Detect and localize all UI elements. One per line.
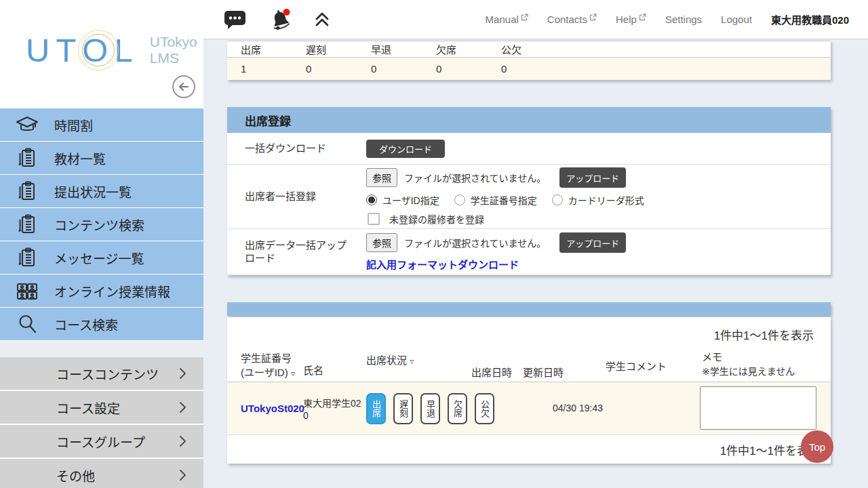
sidebar-item-label: 教材一覧 bbox=[54, 149, 106, 167]
no-file-text: ファイルが選択されていません。 bbox=[404, 171, 546, 184]
settings-link[interactable]: Settings bbox=[665, 14, 702, 25]
student-id-link[interactable]: UTokyoSt020 bbox=[241, 403, 304, 414]
online-class-grid-icon bbox=[0, 280, 54, 302]
logo-letters: UT bbox=[26, 31, 82, 69]
status-late-button[interactable]: 遅刻 bbox=[393, 393, 413, 424]
sidebar-menu: 時間割 教材一覧 提出状況一覧 コンテンツ検索 bbox=[0, 108, 203, 488]
column-student-id[interactable]: 学生証番号 (ユーザID) ▿ bbox=[241, 351, 295, 380]
clipboard-icon bbox=[0, 246, 54, 269]
external-link-icon bbox=[521, 14, 528, 21]
attendee-bulk-controls: 参照 ファイルが選択されていません。 アップロード ユーザID指定 学生証番号指… bbox=[366, 165, 654, 228]
manual-link[interactable]: Manual bbox=[486, 14, 528, 25]
clipboard-icon bbox=[0, 180, 54, 203]
summary-value-row: 1 0 0 0 0 bbox=[227, 58, 831, 80]
summary-value: 1 bbox=[241, 63, 306, 75]
sidebar-item-submissions[interactable]: 提出状況一覧 bbox=[0, 175, 203, 207]
help-link[interactable]: Help bbox=[616, 14, 646, 25]
sidebar-collapse-button[interactable] bbox=[172, 75, 195, 98]
upload-button[interactable]: アップロード bbox=[559, 167, 626, 188]
roster-footer: 1件中1〜1件を表示 bbox=[227, 435, 831, 464]
user-name[interactable]: 東大用教職員020 bbox=[771, 12, 849, 26]
attendance-roster-panel: 1件中1〜1件を表示 学生証番号 (ユーザID) ▿ 氏名 出席状況 ▿ 出席日… bbox=[227, 317, 831, 464]
status-excused-absence-button[interactable]: 公欠 bbox=[475, 393, 494, 424]
radio-user-id[interactable] bbox=[366, 195, 377, 205]
sidebar-item-course-group[interactable]: コースグループ bbox=[0, 425, 203, 458]
radio-label: 学生証番号指定 bbox=[471, 193, 537, 207]
help-link-label: Help bbox=[616, 14, 637, 25]
sidebar-item-label: コースグループ bbox=[56, 432, 145, 451]
chat-icon[interactable] bbox=[224, 9, 247, 30]
column-attend-time: 出席日時 bbox=[471, 365, 512, 380]
sidebar-item-timetable[interactable]: 時間割 bbox=[0, 108, 203, 141]
radio-label: カードリーダ形式 bbox=[568, 193, 644, 207]
sidebar-item-course-search[interactable]: コース検索 bbox=[0, 308, 203, 340]
notifications-bell-icon[interactable] bbox=[267, 7, 293, 32]
sidebar-item-label: コース設定 bbox=[56, 399, 120, 417]
chevron-right-icon bbox=[178, 367, 187, 380]
sidebar-item-materials[interactable]: 教材一覧 bbox=[0, 142, 203, 174]
sidebar-item-label: コンテンツ検索 bbox=[54, 216, 144, 234]
sidebar-item-online-class[interactable]: オンライン授業情報 bbox=[0, 274, 203, 307]
utol-logo[interactable]: UTOL UTokyo LMS bbox=[0, 0, 203, 69]
summary-col: 公欠 bbox=[501, 42, 566, 56]
topbar-icons bbox=[203, 7, 331, 32]
clipboard-icon bbox=[0, 213, 54, 236]
attendee-bulk-label: 出席者一括登録 bbox=[245, 165, 366, 228]
status-absent-button[interactable]: 欠席 bbox=[448, 393, 467, 424]
status-early-leave-button[interactable]: 早退 bbox=[420, 393, 440, 424]
radio-card-reader[interactable] bbox=[552, 195, 563, 205]
radio-student-card-number[interactable] bbox=[454, 195, 465, 205]
summary-value: 0 bbox=[371, 63, 436, 75]
external-link-icon bbox=[639, 14, 646, 21]
sort-icon[interactable]: ▿ bbox=[291, 369, 295, 378]
settings-link-label: Settings bbox=[665, 14, 702, 25]
checkbox-label: 未登録の履修者を登録 bbox=[389, 212, 484, 226]
logout-link[interactable]: Logout bbox=[721, 14, 752, 25]
roster-header-bar bbox=[227, 302, 831, 316]
format-download-link[interactable]: 記入用フォーマットダウンロード bbox=[366, 257, 626, 271]
status-present-button[interactable]: 出席 bbox=[366, 393, 386, 424]
manual-link-label: Manual bbox=[486, 14, 519, 25]
upload-button[interactable]: アップロード bbox=[559, 232, 626, 253]
contacts-link-label: Contacts bbox=[547, 14, 587, 25]
column-update-time: 更新日時 bbox=[523, 365, 564, 380]
register-unenrolled-checkbox[interactable] bbox=[368, 213, 380, 225]
sidebar-item-label: コースコンテンツ bbox=[56, 365, 159, 383]
pagination-info: 1件中1〜1件を表示 bbox=[227, 317, 831, 348]
sidebar-item-others[interactable]: その他 bbox=[0, 459, 203, 488]
logo-text: UTOL bbox=[26, 31, 139, 69]
browse-button[interactable]: 参照 bbox=[366, 168, 397, 187]
back-to-top-button[interactable]: Top bbox=[801, 430, 833, 463]
register-unenrolled-line: 未登録の履修者を登録 bbox=[366, 212, 654, 226]
column-memo: メモ ※学生には見えません bbox=[702, 350, 795, 379]
download-button[interactable]: ダウンロード bbox=[366, 140, 445, 158]
column-student-comment: 学生コメント bbox=[606, 359, 667, 373]
summary-col: 遅刻 bbox=[306, 42, 371, 56]
sidebar-item-messages[interactable]: メッセージ一覧 bbox=[0, 241, 203, 274]
collapse-header-icon[interactable] bbox=[313, 11, 331, 28]
bulk-download-row: 一括ダウンロード ダウンロード bbox=[227, 133, 831, 165]
sidebar-item-label: コース検索 bbox=[54, 315, 118, 333]
sidebar-item-label: メッセージ一覧 bbox=[54, 249, 144, 267]
clipboard-icon bbox=[0, 146, 54, 169]
roster-header-row: 学生証番号 (ユーザID) ▿ 氏名 出席状況 ▿ 出席日時 更新日時 学生コメ… bbox=[227, 348, 831, 382]
sort-icon[interactable]: ▿ bbox=[410, 357, 414, 366]
memo-textarea[interactable] bbox=[700, 386, 816, 430]
summary-col: 出席 bbox=[241, 42, 306, 56]
data-bulk-controls: 参照 ファイルが選択されていません。 アップロード 記入用フォーマットダウンロー… bbox=[366, 229, 626, 274]
summary-col: 早退 bbox=[371, 42, 436, 56]
graduation-cap-icon bbox=[0, 114, 54, 136]
sidebar-item-course-contents[interactable]: コースコンテンツ bbox=[0, 357, 203, 390]
sidebar-item-content-search[interactable]: コンテンツ検索 bbox=[0, 208, 203, 241]
magnifier-icon bbox=[0, 312, 54, 336]
topbar-links: Manual Contacts Help Settings Logout 東大用… bbox=[486, 12, 868, 26]
sidebar-item-course-settings[interactable]: コース設定 bbox=[0, 391, 203, 424]
column-status[interactable]: 出席状況 ▿ bbox=[366, 353, 414, 367]
sidebar-item-label: オンライン授業情報 bbox=[54, 282, 170, 300]
radio-label: ユーザID指定 bbox=[382, 193, 439, 207]
contacts-link[interactable]: Contacts bbox=[547, 14, 597, 25]
utol-app: UTOL UTokyo LMS 時間割 教材一覧 bbox=[0, 0, 868, 488]
summary-header-row: 出席 遅刻 早退 欠席 公欠 bbox=[227, 41, 831, 58]
sidebar-divider bbox=[0, 341, 203, 357]
browse-button[interactable]: 参照 bbox=[366, 233, 397, 252]
